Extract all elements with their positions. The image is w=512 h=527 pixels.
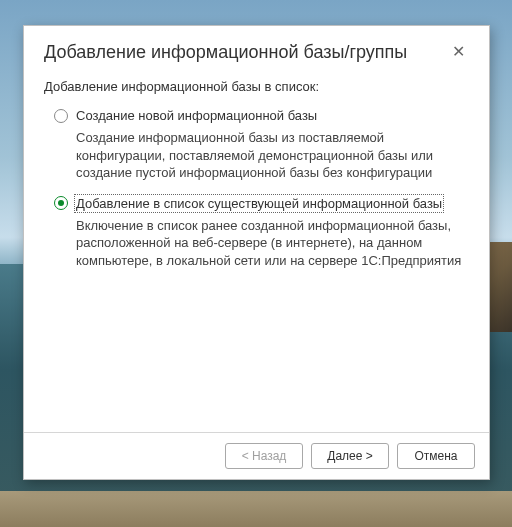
- option-add-existing[interactable]: Добавление в список существующей информа…: [44, 192, 469, 215]
- back-button: < Назад: [225, 443, 303, 469]
- dialog-footer: < Назад Далее > Отмена: [24, 432, 489, 479]
- dialog-header: Добавление информационной базы/группы ✕: [24, 26, 489, 75]
- radio-icon[interactable]: [54, 109, 68, 123]
- option-create-new[interactable]: Создание новой информационной базы: [44, 104, 469, 127]
- dialog-title: Добавление информационной базы/группы: [44, 42, 407, 63]
- next-button[interactable]: Далее >: [311, 443, 389, 469]
- add-infobase-dialog: Добавление информационной базы/группы ✕ …: [23, 25, 490, 480]
- cancel-button[interactable]: Отмена: [397, 443, 475, 469]
- prompt-label: Добавление информационной базы в список:: [44, 79, 469, 94]
- desktop-background-beach: [0, 491, 512, 527]
- option-add-existing-description: Включение в список ранее созданной инфор…: [44, 215, 469, 280]
- option-create-new-description: Создание информационной базы из поставля…: [44, 127, 469, 192]
- radio-icon[interactable]: [54, 196, 68, 210]
- option-create-new-label[interactable]: Создание новой информационной базы: [76, 108, 317, 123]
- dialog-body: Добавление информационной базы в список:…: [24, 75, 489, 432]
- close-icon[interactable]: ✕: [448, 42, 469, 62]
- option-add-existing-label[interactable]: Добавление в список существующей информа…: [76, 196, 442, 211]
